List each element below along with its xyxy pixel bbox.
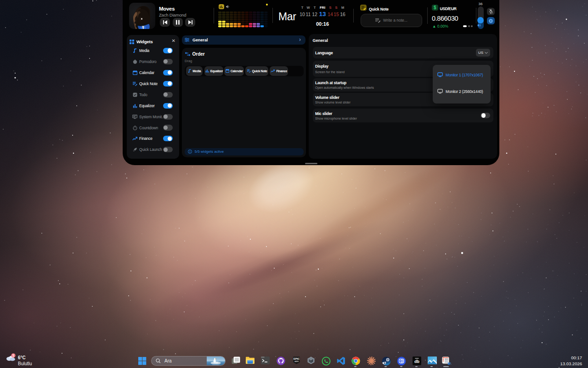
svg-text:EPIC: EPIC (293, 357, 299, 360)
svg-text:1: 1 (12, 354, 14, 357)
svg-text:GAMES: GAMES (294, 360, 299, 362)
svg-text:db: db (414, 359, 419, 363)
